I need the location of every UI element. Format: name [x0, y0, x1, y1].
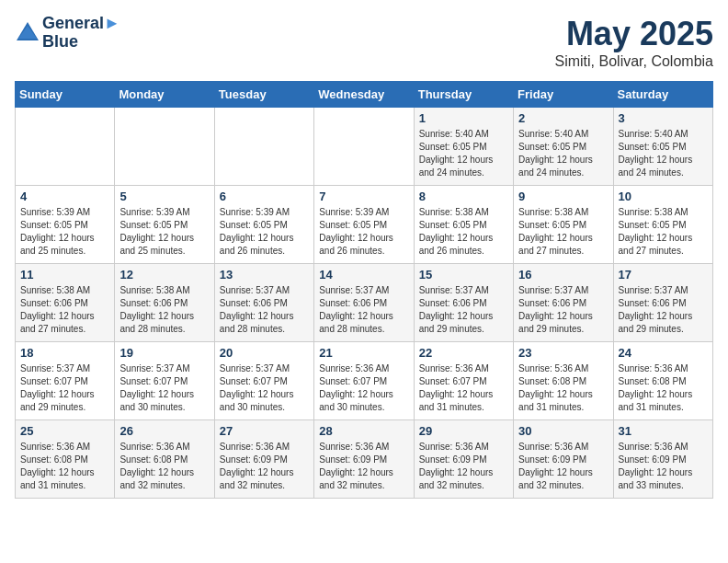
day-info: Sunrise: 5:36 AM Sunset: 6:08 PM Dayligh… [119, 441, 209, 492]
day-info: Sunrise: 5:36 AM Sunset: 6:07 PM Dayligh… [419, 362, 508, 414]
day-info: Sunrise: 5:36 AM Sunset: 6:08 PM Dayligh… [619, 362, 708, 414]
day-info: Sunrise: 5:38 AM Sunset: 6:05 PM Dayligh… [619, 206, 708, 258]
calendar-cell [16, 108, 115, 186]
day-info: Sunrise: 5:40 AM Sunset: 6:05 PM Dayligh… [419, 128, 508, 179]
calendar-cell: 7Sunrise: 5:39 AM Sunset: 6:05 PM Daylig… [314, 186, 414, 264]
calendar-cell: 20Sunrise: 5:37 AM Sunset: 6:07 PM Dayli… [214, 342, 313, 420]
day-number: 31 [619, 424, 708, 438]
day-number: 24 [619, 346, 708, 360]
calendar-cell: 15Sunrise: 5:37 AM Sunset: 6:06 PM Dayli… [414, 264, 513, 342]
calendar-cell: 9Sunrise: 5:38 AM Sunset: 6:05 PM Daylig… [514, 186, 613, 264]
day-number: 5 [119, 190, 209, 203]
weekday-header-sunday: Sunday [16, 82, 115, 108]
calendar-cell: 6Sunrise: 5:39 AM Sunset: 6:05 PM Daylig… [214, 186, 313, 264]
calendar-cell: 2Sunrise: 5:40 AM Sunset: 6:05 PM Daylig… [514, 108, 613, 186]
calendar-cell: 29Sunrise: 5:36 AM Sunset: 6:09 PM Dayli… [414, 420, 513, 499]
day-number: 3 [619, 111, 708, 125]
calendar-cell: 11Sunrise: 5:38 AM Sunset: 6:06 PM Dayli… [16, 264, 115, 342]
day-number: 19 [119, 346, 209, 360]
logo-icon [15, 20, 40, 46]
day-number: 9 [518, 190, 608, 203]
day-info: Sunrise: 5:36 AM Sunset: 6:09 PM Dayligh… [220, 441, 309, 492]
calendar-table: SundayMondayTuesdayWednesdayThursdayFrid… [15, 81, 713, 499]
weekday-header-wednesday: Wednesday [314, 82, 414, 108]
calendar-cell: 10Sunrise: 5:38 AM Sunset: 6:05 PM Dayli… [613, 186, 712, 264]
calendar-cell: 5Sunrise: 5:39 AM Sunset: 6:05 PM Daylig… [115, 186, 214, 264]
page-header: General► Blue May 2025 Simiti, Bolivar, … [15, 15, 713, 70]
day-info: Sunrise: 5:37 AM Sunset: 6:06 PM Dayligh… [220, 284, 309, 336]
day-info: Sunrise: 5:36 AM Sunset: 6:08 PM Dayligh… [20, 441, 109, 492]
calendar-week-row: 1Sunrise: 5:40 AM Sunset: 6:05 PM Daylig… [16, 108, 713, 186]
day-number: 7 [319, 190, 408, 203]
day-number: 2 [518, 111, 608, 125]
day-number: 22 [419, 346, 508, 360]
title-block: May 2025 Simiti, Bolivar, Colombia [555, 15, 714, 70]
day-number: 11 [20, 268, 109, 282]
calendar-week-row: 11Sunrise: 5:38 AM Sunset: 6:06 PM Dayli… [16, 264, 713, 342]
logo: General► Blue [15, 15, 120, 52]
calendar-cell: 18Sunrise: 5:37 AM Sunset: 6:07 PM Dayli… [16, 342, 115, 420]
calendar-cell: 4Sunrise: 5:39 AM Sunset: 6:05 PM Daylig… [16, 186, 115, 264]
day-number: 13 [220, 268, 309, 282]
day-number: 27 [220, 424, 309, 438]
day-info: Sunrise: 5:40 AM Sunset: 6:05 PM Dayligh… [619, 128, 708, 179]
svg-marker-1 [18, 26, 37, 39]
weekday-header-thursday: Thursday [414, 82, 513, 108]
day-number: 30 [518, 424, 608, 438]
day-number: 20 [220, 346, 309, 360]
logo-text: General► Blue [42, 15, 120, 52]
day-number: 12 [119, 268, 209, 282]
day-number: 16 [518, 268, 608, 282]
day-info: Sunrise: 5:38 AM Sunset: 6:05 PM Dayligh… [518, 206, 608, 258]
calendar-cell: 16Sunrise: 5:37 AM Sunset: 6:06 PM Dayli… [514, 264, 613, 342]
calendar-cell: 24Sunrise: 5:36 AM Sunset: 6:08 PM Dayli… [613, 342, 712, 420]
calendar-cell [214, 108, 313, 186]
calendar-cell: 13Sunrise: 5:37 AM Sunset: 6:06 PM Dayli… [214, 264, 313, 342]
day-info: Sunrise: 5:37 AM Sunset: 6:06 PM Dayligh… [619, 284, 708, 336]
calendar-title: May 2025 [555, 15, 714, 53]
day-info: Sunrise: 5:39 AM Sunset: 6:05 PM Dayligh… [119, 206, 209, 258]
calendar-cell: 12Sunrise: 5:38 AM Sunset: 6:06 PM Dayli… [115, 264, 214, 342]
calendar-cell: 25Sunrise: 5:36 AM Sunset: 6:08 PM Dayli… [16, 420, 115, 499]
day-info: Sunrise: 5:37 AM Sunset: 6:07 PM Dayligh… [220, 362, 309, 414]
calendar-cell: 8Sunrise: 5:38 AM Sunset: 6:05 PM Daylig… [414, 186, 513, 264]
day-info: Sunrise: 5:36 AM Sunset: 6:09 PM Dayligh… [419, 441, 508, 492]
calendar-subtitle: Simiti, Bolivar, Colombia [555, 53, 714, 70]
calendar-week-row: 4Sunrise: 5:39 AM Sunset: 6:05 PM Daylig… [16, 186, 713, 264]
day-info: Sunrise: 5:39 AM Sunset: 6:05 PM Dayligh… [319, 206, 408, 258]
day-info: Sunrise: 5:38 AM Sunset: 6:06 PM Dayligh… [20, 284, 109, 336]
calendar-cell [314, 108, 414, 186]
day-info: Sunrise: 5:36 AM Sunset: 6:09 PM Dayligh… [319, 441, 408, 492]
day-number: 28 [319, 424, 408, 438]
day-number: 23 [518, 346, 608, 360]
day-number: 15 [419, 268, 508, 282]
day-info: Sunrise: 5:36 AM Sunset: 6:09 PM Dayligh… [518, 441, 608, 492]
day-number: 10 [619, 190, 708, 203]
calendar-cell [115, 108, 214, 186]
weekday-header-row: SundayMondayTuesdayWednesdayThursdayFrid… [16, 82, 713, 108]
calendar-cell: 1Sunrise: 5:40 AM Sunset: 6:05 PM Daylig… [414, 108, 513, 186]
day-number: 29 [419, 424, 508, 438]
day-info: Sunrise: 5:39 AM Sunset: 6:05 PM Dayligh… [20, 206, 109, 258]
day-info: Sunrise: 5:38 AM Sunset: 6:05 PM Dayligh… [419, 206, 508, 258]
day-number: 21 [319, 346, 408, 360]
day-number: 25 [20, 424, 109, 438]
calendar-week-row: 25Sunrise: 5:36 AM Sunset: 6:08 PM Dayli… [16, 420, 713, 499]
calendar-cell: 31Sunrise: 5:36 AM Sunset: 6:09 PM Dayli… [613, 420, 712, 499]
day-number: 26 [119, 424, 209, 438]
day-number: 1 [419, 111, 508, 125]
weekday-header-tuesday: Tuesday [214, 82, 313, 108]
day-info: Sunrise: 5:36 AM Sunset: 6:08 PM Dayligh… [518, 362, 608, 414]
day-info: Sunrise: 5:37 AM Sunset: 6:07 PM Dayligh… [20, 362, 109, 414]
day-info: Sunrise: 5:37 AM Sunset: 6:06 PM Dayligh… [518, 284, 608, 336]
day-number: 8 [419, 190, 508, 203]
calendar-cell: 30Sunrise: 5:36 AM Sunset: 6:09 PM Dayli… [514, 420, 613, 499]
day-info: Sunrise: 5:36 AM Sunset: 6:09 PM Dayligh… [619, 441, 708, 492]
day-number: 6 [220, 190, 309, 203]
calendar-cell: 23Sunrise: 5:36 AM Sunset: 6:08 PM Dayli… [514, 342, 613, 420]
day-info: Sunrise: 5:39 AM Sunset: 6:05 PM Dayligh… [220, 206, 309, 258]
calendar-cell: 28Sunrise: 5:36 AM Sunset: 6:09 PM Dayli… [314, 420, 414, 499]
weekday-header-saturday: Saturday [613, 82, 712, 108]
calendar-cell: 3Sunrise: 5:40 AM Sunset: 6:05 PM Daylig… [613, 108, 712, 186]
day-number: 4 [20, 190, 109, 203]
